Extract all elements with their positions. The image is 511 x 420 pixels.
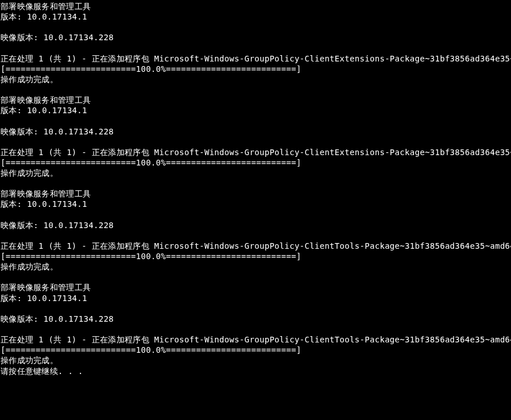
image-version: 映像版本: 10.0.17134.228 xyxy=(1,314,511,324)
processing-package: 正在处理 1 (共 1) - 正在添加程序包 Microsoft-Windows… xyxy=(1,147,511,157)
operation-success: 操作成功完成。 xyxy=(1,355,511,365)
dism-version: 版本: 10.0.17134.1 xyxy=(1,293,511,303)
progress-bar: [==========================100.0%=======… xyxy=(1,64,511,74)
progress-bar: [==========================100.0%=======… xyxy=(1,345,511,355)
processing-package: 正在处理 1 (共 1) - 正在添加程序包 Microsoft-Windows… xyxy=(1,241,511,251)
press-any-key-prompt[interactable]: 请按任意键继续. . . xyxy=(1,366,511,376)
dism-header: 部署映像服务和管理工具 xyxy=(1,188,511,199)
progress-bar: [==========================100.0%=======… xyxy=(1,251,511,261)
processing-package: 正在处理 1 (共 1) - 正在添加程序包 Microsoft-Windows… xyxy=(1,334,511,345)
dism-header: 部署映像服务和管理工具 xyxy=(1,282,511,292)
operation-success: 操作成功完成。 xyxy=(1,168,511,178)
progress-bar: [==========================100.0%=======… xyxy=(1,157,511,168)
operation-success: 操作成功完成。 xyxy=(1,74,511,84)
image-version: 映像版本: 10.0.17134.228 xyxy=(1,32,511,43)
operation-success: 操作成功完成。 xyxy=(1,261,511,272)
image-version: 映像版本: 10.0.17134.228 xyxy=(1,220,511,230)
image-version: 映像版本: 10.0.17134.228 xyxy=(1,126,511,137)
dism-header: 部署映像服务和管理工具 xyxy=(1,95,511,105)
dism-version: 版本: 10.0.17134.1 xyxy=(1,199,511,209)
processing-package: 正在处理 1 (共 1) - 正在添加程序包 Microsoft-Windows… xyxy=(1,53,511,64)
dism-version: 版本: 10.0.17134.1 xyxy=(1,105,511,115)
console-output: 部署映像服务和管理工具 版本: 10.0.17134.1 映像版本: 10.0.… xyxy=(1,1,511,376)
dism-version: 版本: 10.0.17134.1 xyxy=(1,11,511,22)
dism-header: 部署映像服务和管理工具 xyxy=(1,1,511,11)
